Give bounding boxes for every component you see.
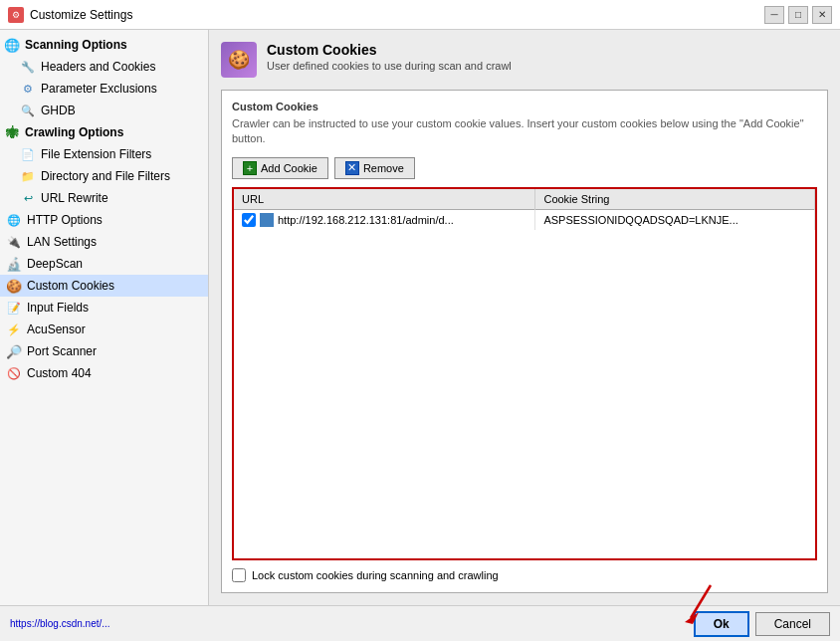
cookie-table: URL Cookie String http://192.168.212.131…	[234, 189, 815, 230]
dir-icon: 📁	[20, 168, 36, 184]
toolbar: + Add Cookie ✕ Remove	[232, 157, 817, 179]
window-title: Customize Settings	[30, 8, 764, 22]
sidebar-label-deepscan: DeepScan	[27, 257, 83, 271]
sidebar-item-crawling-options[interactable]: 🕷Crawling Options	[0, 121, 208, 143]
table-row[interactable]: http://192.168.212.131:81/admin/d...ASPS…	[234, 209, 815, 230]
page-header-text: Custom Cookies User defined cookies to u…	[267, 42, 512, 72]
col-url: URL	[234, 189, 535, 210]
sidebar-item-acusensor[interactable]: ⚡AcuSensor	[0, 319, 208, 340]
sidebar-label-custom-cookies: Custom Cookies	[27, 279, 114, 293]
sidebar-label-ghdb: GHDB	[41, 104, 76, 117]
sidebar-label-lan-settings: LAN Settings	[27, 235, 97, 249]
remove-icon: ✕	[345, 161, 359, 175]
sidebar-label-url-rewrite: URL Rewrite	[41, 191, 108, 205]
sidebar-label-parameter-exclusions: Parameter Exclusions	[41, 82, 157, 96]
table-header-row: URL Cookie String	[234, 189, 815, 210]
deep-icon: 🔬	[6, 256, 22, 272]
content-area: 🍪 Custom Cookies User defined cookies to…	[209, 30, 840, 605]
rewrite-icon: ↩	[20, 190, 36, 206]
sidebar-item-http-options[interactable]: 🌐HTTP Options	[0, 209, 208, 231]
port-icon: 🔎	[6, 343, 22, 359]
sidebar-item-headers-cookies[interactable]: 🔧Headers and Cookies	[0, 56, 208, 78]
remove-label: Remove	[363, 162, 404, 174]
page-icon: 🍪	[221, 42, 257, 78]
custom-icon: 🍪	[6, 278, 22, 294]
cookies-panel: Custom Cookies Crawler can be instructed…	[221, 90, 828, 593]
sidebar-label-scanning-options: Scanning Options	[25, 38, 127, 52]
remove-button[interactable]: ✕ Remove	[334, 157, 415, 179]
sidebar-label-input-fields: Input Fields	[27, 301, 89, 315]
sidebar-item-custom-404[interactable]: 🚫Custom 404	[0, 362, 208, 384]
sidebar-item-directory-file-filters[interactable]: 📁Directory and File Filters	[0, 165, 208, 187]
sidebar-item-port-scanner[interactable]: 🔎Port Scanner	[0, 340, 208, 362]
sidebar-label-acusensor: AcuSensor	[27, 322, 86, 336]
lock-checkbox[interactable]	[232, 568, 246, 582]
col-cookie: Cookie String	[535, 189, 815, 210]
globe-icon: 🌐	[4, 37, 20, 53]
ok-button[interactable]: Ok	[694, 611, 749, 637]
sidebar-item-deepscan[interactable]: 🔬DeepScan	[0, 253, 208, 275]
lock-area: Lock custom cookies during scanning and …	[232, 560, 817, 582]
lock-label: Lock custom cookies during scanning and …	[252, 569, 499, 581]
cookie-table-wrapper: URL Cookie String http://192.168.212.131…	[232, 187, 817, 560]
sidebar-label-headers-cookies: Headers and Cookies	[41, 60, 155, 74]
app-icon: ⚙	[8, 7, 24, 23]
param-icon: ⚙	[20, 81, 36, 97]
close-button[interactable]: ✕	[812, 6, 832, 24]
sidebar: 🌐Scanning Options🔧Headers and Cookies⚙Pa…	[0, 30, 209, 605]
cookie-cell-0: ASPSESSIONIDQQADSQAD=LKNJE...	[535, 209, 815, 230]
404-icon: 🚫	[6, 365, 22, 381]
sidebar-item-ghdb[interactable]: 🔍GHDB	[0, 100, 208, 121]
ext-icon: 📄	[20, 146, 36, 162]
page-header: 🍪 Custom Cookies User defined cookies to…	[221, 42, 828, 78]
add-cookie-button[interactable]: + Add Cookie	[232, 157, 328, 179]
add-cookie-label: Add Cookie	[261, 162, 317, 174]
add-icon: +	[243, 161, 257, 175]
window-controls: ─ □ ✕	[764, 6, 832, 24]
acu-icon: ⚡	[6, 321, 22, 337]
url-cell-0: http://192.168.212.131:81/admin/d...	[234, 209, 535, 230]
sidebar-label-custom-404: Custom 404	[27, 366, 92, 380]
page-desc: User defined cookies to use during scan …	[267, 60, 512, 72]
ghdb-icon: 🔍	[20, 103, 36, 118]
sidebar-item-custom-cookies[interactable]: 🍪Custom Cookies	[0, 275, 208, 297]
sidebar-item-input-fields[interactable]: 📝Input Fields	[0, 297, 208, 319]
sidebar-label-crawling-options: Crawling Options	[25, 125, 123, 139]
crawl-icon: 🕷	[4, 124, 20, 140]
sidebar-label-file-extension-filters: File Extension Filters	[41, 147, 151, 161]
panel-desc: Crawler can be instructed to use your cu…	[232, 116, 817, 147]
sidebar-item-parameter-exclusions[interactable]: ⚙Parameter Exclusions	[0, 78, 208, 100]
http-icon: 🌐	[6, 212, 22, 228]
sidebar-label-port-scanner: Port Scanner	[27, 344, 97, 358]
title-bar: ⚙ Customize Settings ─ □ ✕	[0, 0, 840, 30]
main-container: 🌐Scanning Options🔧Headers and Cookies⚙Pa…	[0, 30, 840, 605]
status-text: https://blog.csdn.net/...	[10, 618, 110, 629]
cookie-icon: 🔧	[20, 59, 36, 75]
minimize-button[interactable]: ─	[764, 6, 784, 24]
sidebar-label-directory-file-filters: Directory and File Filters	[41, 169, 170, 183]
sidebar-item-file-extension-filters[interactable]: 📄File Extension Filters	[0, 143, 208, 165]
maximize-button[interactable]: □	[788, 6, 808, 24]
sidebar-label-http-options: HTTP Options	[27, 213, 103, 227]
cancel-button[interactable]: Cancel	[755, 612, 830, 636]
input-icon: 📝	[6, 300, 22, 316]
sidebar-item-scanning-options[interactable]: 🌐Scanning Options	[0, 34, 208, 56]
sidebar-item-lan-settings[interactable]: 🔌LAN Settings	[0, 231, 208, 253]
page-title: Custom Cookies	[267, 42, 512, 58]
sidebar-item-url-rewrite[interactable]: ↩URL Rewrite	[0, 187, 208, 209]
bottom-bar: https://blog.csdn.net/... Ok Cancel	[0, 605, 840, 641]
panel-title: Custom Cookies	[232, 101, 817, 112]
lan-icon: 🔌	[6, 234, 22, 250]
